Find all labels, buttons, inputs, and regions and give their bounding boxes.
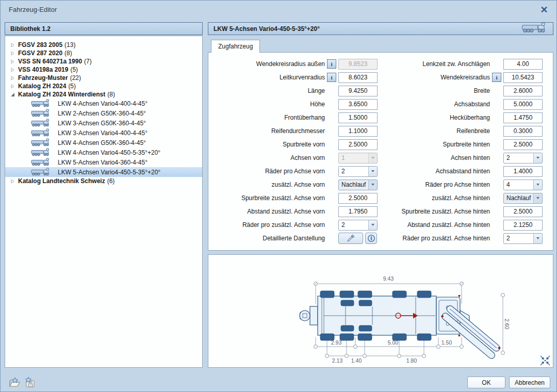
expand-icon[interactable] xyxy=(10,43,18,47)
value-combobox[interactable]: 4 xyxy=(503,179,543,190)
field-label: Achsabstand hinten xyxy=(376,168,490,175)
chevron-down-icon xyxy=(536,197,539,199)
tree-item-catalog[interactable]: FGSV 287 2020(8) xyxy=(5,49,202,57)
tab-zugfahrzeug[interactable]: Zugfahrzeug xyxy=(211,40,260,53)
combobox-value: Nachlauf xyxy=(504,193,533,203)
open-library-button[interactable] xyxy=(8,377,21,388)
expand-icon[interactable] xyxy=(10,76,18,80)
value-combobox[interactable]: 2 xyxy=(338,220,378,231)
value-input[interactable] xyxy=(338,86,378,96)
combobox-dropdown-button[interactable] xyxy=(533,234,542,243)
combobox-dropdown-button[interactable] xyxy=(368,180,377,190)
value-input[interactable] xyxy=(338,139,378,150)
value-combobox[interactable]: 2 xyxy=(338,166,378,177)
save-library-button[interactable] xyxy=(23,377,37,388)
form-left-column: Wendekreisradius außeniLeitkurvenradiusi… xyxy=(212,57,378,245)
tree-item-vehicle[interactable]: LKW 4-Achsen Vario4-400-4-45° xyxy=(5,99,202,108)
pipette-button[interactable] xyxy=(338,233,363,244)
library-panel: FGSV 283 2005(13)FGSV 287 2020(8)VSS SN … xyxy=(5,36,203,368)
combobox-value: 1 xyxy=(339,153,368,163)
value-input[interactable] xyxy=(503,166,543,177)
field-label: zusätzl. Achse vorn xyxy=(212,181,325,188)
tree-item-vehicle[interactable]: LKW 3-Achsen G50K-360-4-45° xyxy=(5,118,202,128)
value-input[interactable] xyxy=(338,206,378,217)
ok-button[interactable]: OK xyxy=(467,377,505,388)
tree-item-vehicle[interactable]: LKW 4-Achsen Vario4-450-5-35°+20° xyxy=(5,148,202,157)
tree-item-vehicle[interactable]: LKW 2-Achsen G50K-360-4-45° xyxy=(5,108,202,118)
tree-item-vehicle[interactable]: LKW 5-Achsen Vario4-450-5-35°+20° xyxy=(5,167,202,177)
close-icon[interactable]: ✕ xyxy=(538,4,550,16)
tree-item-catalog[interactable]: Katalog ZH 2024 Winterdienst(8) xyxy=(5,90,202,99)
value-input[interactable] xyxy=(503,126,543,137)
tree-item-vehicle[interactable]: LKW 3-Achsen Vario4-400-4-45° xyxy=(5,128,202,138)
vehicle-label: LKW 5-Achsen Vario4-360-4-45° xyxy=(58,159,148,166)
truck-icon xyxy=(31,99,51,108)
value-input[interactable] xyxy=(338,193,378,204)
tree-item-catalog[interactable]: FGSV 283 2005(13) xyxy=(5,41,202,49)
tree-item-catalog[interactable]: VSS SN 640271a 1990(7) xyxy=(5,57,202,66)
value-combobox[interactable]: 2 xyxy=(503,153,543,164)
vehicle-editor-dialog: Fahrzeug-Editor ✕ Bibliothek 1.2 LKW 5-A… xyxy=(0,0,557,392)
expand-icon[interactable] xyxy=(10,68,18,72)
truck-icon xyxy=(31,109,51,118)
value-input[interactable] xyxy=(503,220,543,231)
value-input[interactable] xyxy=(503,59,543,70)
value-input[interactable] xyxy=(503,206,543,217)
dim-overall-length: 9.43 xyxy=(383,275,394,282)
value-combobox[interactable]: Nachlauf xyxy=(503,193,543,204)
info-icon[interactable]: i xyxy=(325,73,338,82)
tree-item-vehicle[interactable]: LKW 4-Achsen G50K-360-4-45° xyxy=(5,138,202,148)
expand-icon[interactable] xyxy=(10,59,18,64)
info-icon[interactable]: i xyxy=(490,73,503,82)
tree-item-catalog[interactable]: Katalog Landtechnik Schweiz(6) xyxy=(5,177,202,185)
expand-icon[interactable] xyxy=(10,179,18,184)
combobox-dropdown-button[interactable] xyxy=(533,180,542,190)
tree-item-catalog[interactable]: Katalog ZH 2024(5) xyxy=(5,82,202,90)
value-input[interactable] xyxy=(338,112,378,123)
value-input[interactable] xyxy=(503,139,543,150)
combobox-dropdown-button[interactable] xyxy=(368,167,377,176)
catalog-count: (6) xyxy=(107,177,115,185)
truck-top-view xyxy=(300,291,502,360)
value-input[interactable] xyxy=(338,72,378,83)
info-icon[interactable]: i xyxy=(325,59,338,69)
value-combobox: 1 xyxy=(338,153,378,164)
dim-segment: 1.50 xyxy=(441,339,452,346)
truck-icon xyxy=(31,138,51,147)
truck-icon xyxy=(31,119,51,127)
detail-toggle-button[interactable] xyxy=(365,233,377,244)
combobox-dropdown-button[interactable] xyxy=(533,153,542,163)
field-label: Spurbreite zusätzl. Achse hinten xyxy=(376,208,490,215)
tree-item-catalog[interactable]: Fahrzeug-Muster(22) xyxy=(5,74,202,82)
truck-icon xyxy=(31,119,51,127)
form-row: Achsabstand xyxy=(376,97,543,111)
expand-icon[interactable] xyxy=(10,51,18,56)
value-input[interactable] xyxy=(503,99,543,110)
catalog-count: (13) xyxy=(64,41,75,48)
value-input[interactable] xyxy=(503,72,543,83)
form-row: Hecküberhang xyxy=(376,111,543,124)
field-label: Wendekreisradius xyxy=(376,74,490,81)
combobox-dropdown-button[interactable] xyxy=(533,193,542,203)
library-tree: FGSV 283 2005(13)FGSV 287 2020(8)VSS SN … xyxy=(5,36,202,185)
value-combobox[interactable]: 2 xyxy=(503,233,543,244)
value-input[interactable] xyxy=(503,86,543,96)
collapse-icon[interactable] xyxy=(10,92,18,97)
cancel-button[interactable]: Abbrechen xyxy=(509,377,550,388)
zoom-fit-icon[interactable] xyxy=(540,356,550,365)
form-row: Breite xyxy=(376,84,543,97)
tree-item-catalog[interactable]: VSS 40198a 2019(5) xyxy=(5,66,202,74)
form-row: Spurbreite zusätzl. Achse vorn xyxy=(212,191,378,205)
catalog-count: (5) xyxy=(68,83,76,90)
value-input[interactable] xyxy=(503,112,543,123)
tree-item-vehicle[interactable]: LKW 5-Achsen Vario4-360-4-45° xyxy=(5,157,202,167)
value-input[interactable] xyxy=(338,99,378,110)
chevron-down-icon xyxy=(371,224,374,226)
vehicle-label: LKW 5-Achsen Vario4-450-5-35°+20° xyxy=(58,169,160,176)
value-input[interactable] xyxy=(338,126,378,137)
expand-icon[interactable] xyxy=(10,84,18,89)
value-combobox[interactable]: Nachlauf xyxy=(338,179,378,190)
combobox-dropdown-button[interactable] xyxy=(368,220,377,230)
vehicle-form-panel: Wendekreisradius außeniLeitkurvenradiusi… xyxy=(208,52,553,251)
form-row: zusätzl. Achse hintenNachlauf xyxy=(376,191,543,205)
